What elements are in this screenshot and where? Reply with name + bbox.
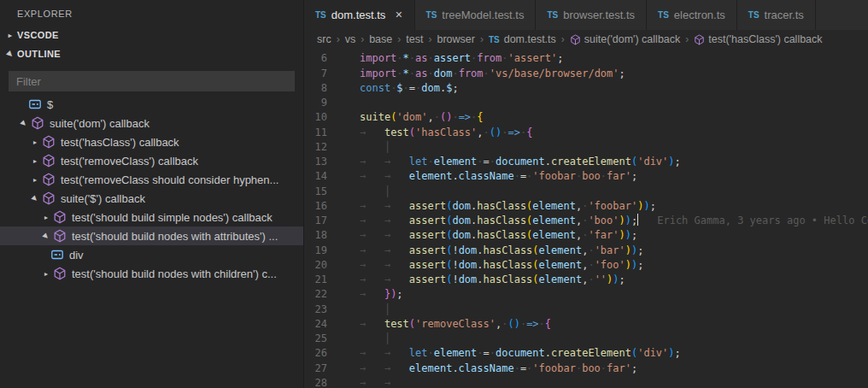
breadcrumb: src›vs›base›test›browser›TSdom.test.ts›s… bbox=[304, 30, 868, 49]
breadcrumb-item[interactable]: base bbox=[369, 33, 392, 45]
twisty-expanded-icon[interactable]: ▶ bbox=[38, 228, 54, 244]
code-line[interactable]: 17→ → assert(dom.hasClass(element,·'boo'… bbox=[304, 214, 868, 228]
blame-annotation: Erich Gamma, 3 years ago • Hello Co bbox=[657, 215, 868, 226]
twisty-collapsed-icon[interactable]: ▸ bbox=[28, 138, 42, 146]
filter-input[interactable] bbox=[9, 71, 295, 91]
text-cursor bbox=[637, 214, 638, 226]
breadcrumb-label: test bbox=[406, 33, 423, 45]
breadcrumb-item[interactable]: src bbox=[317, 33, 331, 45]
code-line[interactable]: 18→ → assert(dom.hasClass(element,·'far'… bbox=[304, 228, 868, 243]
code-line-content: import·*·as·assert·from·'assert'; bbox=[360, 51, 564, 66]
outline-item[interactable]: ▶suite('dom') callback bbox=[0, 114, 303, 132]
tab-label: treeModel.test.ts bbox=[442, 9, 524, 21]
code-line[interactable]: 6import·*·as·assert·from·'assert'; bbox=[304, 51, 868, 66]
outline-item[interactable]: ▸test('should build simple nodes') callb… bbox=[0, 208, 303, 226]
outline-item[interactable]: ▸test('hasClass') callback bbox=[0, 132, 303, 151]
code-line[interactable]: 23 │ bbox=[304, 303, 868, 317]
outline-item[interactable]: ▶test('should build nodes with attribute… bbox=[0, 226, 303, 245]
code-line-content: → → element.className·=·'foobar·boo·far'… bbox=[360, 169, 637, 184]
code-line[interactable]: 10suite('dom',·()·=>·{ bbox=[304, 110, 868, 125]
editor-tab[interactable]: TSdom.test.ts✕ bbox=[304, 0, 415, 30]
code-line[interactable]: 24→ test('removeClass',·()·=>·{ bbox=[304, 317, 868, 332]
breadcrumb-label: suite('dom') callback bbox=[584, 33, 680, 45]
symbol-method-icon bbox=[31, 116, 44, 130]
code-line-content: │ bbox=[360, 140, 390, 155]
breadcrumb-item[interactable]: TSdom.test.ts bbox=[489, 33, 556, 45]
line-number: 27 bbox=[304, 362, 327, 376]
line-number: 7 bbox=[304, 67, 327, 81]
symbol-method-icon bbox=[42, 154, 56, 168]
chevron-right-icon: ▸ bbox=[3, 32, 17, 39]
explorer-sidebar: EXPLORER ▸ VSCODE ▶ OUTLINE $▶suite('dom… bbox=[0, 0, 303, 388]
code-line[interactable]: 19→ → assert(!dom.hasClass(element,·'bar… bbox=[304, 244, 868, 258]
twisty-collapsed-icon[interactable]: ▸ bbox=[39, 214, 53, 221]
breadcrumb-item[interactable]: vs bbox=[345, 33, 356, 45]
line-number: 9 bbox=[304, 96, 327, 110]
tab-label: browser.test.ts bbox=[563, 9, 635, 21]
line-number: 25 bbox=[304, 332, 327, 346]
code-line[interactable]: 22→ }); bbox=[304, 287, 868, 302]
symbol-method-icon bbox=[53, 210, 67, 224]
code-line[interactable]: 15 │ bbox=[304, 185, 868, 199]
breadcrumb-label: vs bbox=[345, 33, 356, 45]
line-number: 17 bbox=[304, 214, 327, 228]
editor-tab[interactable]: TSelectron.ts bbox=[647, 0, 737, 30]
editor-tab[interactable]: TStreeModel.test.ts bbox=[415, 0, 537, 30]
breadcrumb-item[interactable]: suite('dom') callback bbox=[570, 33, 680, 45]
twisty-collapsed-icon[interactable]: ▸ bbox=[28, 176, 42, 184]
symbol-method-icon bbox=[42, 173, 56, 186]
code-line[interactable]: 13→ → let·element·=·document.createEleme… bbox=[304, 155, 868, 169]
code-line-content: → → assert(!dom.hasClass(element,·'foo')… bbox=[360, 258, 643, 273]
code-line[interactable]: 28→ → bbox=[304, 376, 868, 388]
line-number: 21 bbox=[304, 273, 327, 287]
code-line[interactable]: 9 bbox=[304, 96, 868, 110]
typescript-file-icon: TS bbox=[658, 10, 669, 20]
code-line[interactable]: 26→ → let·element·=·document.createEleme… bbox=[304, 346, 868, 361]
outline-item-label: test('removeClass') callback bbox=[61, 155, 198, 168]
code-line[interactable]: 14→ → element.className·=·'foobar·boo·fa… bbox=[304, 169, 868, 184]
outline-item[interactable]: ▸test('removeClass') callback bbox=[0, 151, 303, 170]
close-icon[interactable]: ✕ bbox=[395, 9, 402, 21]
section-header-outline[interactable]: ▶ OUTLINE bbox=[0, 44, 303, 63]
code-line[interactable]: 21→ → assert(!dom.hasClass(element,·''))… bbox=[304, 273, 868, 287]
breadcrumb-separator-icon: › bbox=[361, 33, 364, 45]
outline-item[interactable]: $ bbox=[0, 95, 303, 114]
breadcrumb-item[interactable]: test bbox=[406, 33, 423, 45]
line-number: 23 bbox=[304, 303, 327, 317]
twisty-expanded-icon[interactable]: ▶ bbox=[27, 191, 43, 206]
code-line[interactable]: 25 │ bbox=[304, 332, 868, 346]
outline-item-label: test('hasClass') callback bbox=[61, 136, 179, 149]
code-line-content: │ bbox=[360, 303, 390, 317]
code-line[interactable]: 20→ → assert(!dom.hasClass(element,·'foo… bbox=[304, 258, 868, 273]
code-line[interactable]: 16→ → assert(dom.hasClass(element,·'foob… bbox=[304, 199, 868, 214]
editor-tab[interactable]: TStracer.ts bbox=[737, 0, 816, 30]
twisty-collapsed-icon[interactable]: ▸ bbox=[39, 270, 53, 278]
code-line-content: suite('dom',·()·=>·{ bbox=[360, 110, 484, 125]
editor-tab[interactable]: TSbrowser.test.ts bbox=[536, 0, 647, 30]
code-line[interactable]: 11→ test('hasClass',·()·=>·{ bbox=[304, 126, 868, 140]
code-line[interactable]: 12 │ bbox=[304, 140, 868, 155]
code-line[interactable]: 27→ → element.className·=·'foobar·boo·fa… bbox=[304, 362, 868, 376]
twisty-collapsed-icon[interactable]: ▸ bbox=[28, 157, 42, 165]
breadcrumb-item[interactable]: browser bbox=[437, 33, 474, 45]
outline-item[interactable]: ▸test('should build nodes with children'… bbox=[0, 264, 303, 283]
symbol-variable-icon bbox=[50, 248, 64, 262]
outline-item[interactable]: ▶suite('$') callback bbox=[0, 189, 303, 208]
outline-filter bbox=[9, 71, 295, 91]
breadcrumb-label: test('hasClass') callback bbox=[708, 33, 822, 45]
outline-item-label: suite('$') callback bbox=[61, 192, 145, 205]
line-number: 10 bbox=[304, 110, 327, 125]
code-area[interactable]: 56import·*·as·assert·from·'assert';7impo… bbox=[304, 49, 868, 388]
symbol-method-icon bbox=[53, 229, 67, 243]
code-line-content: │ bbox=[360, 185, 390, 199]
outline-item[interactable]: ▸test('removeClass should consider hyphe… bbox=[0, 170, 303, 189]
code-line[interactable]: 8const·$·=·dom.$; bbox=[304, 81, 868, 96]
breadcrumb-item[interactable]: test('hasClass') callback bbox=[694, 33, 822, 45]
section-header-vscode[interactable]: ▸ VSCODE bbox=[0, 26, 303, 44]
code-line[interactable]: 7import·*·as·dom·from·'vs/base/browser/d… bbox=[304, 67, 868, 81]
outline-item[interactable]: div bbox=[0, 245, 303, 264]
line-number: 19 bbox=[304, 244, 327, 258]
tab-label: dom.test.ts bbox=[331, 9, 386, 21]
breadcrumb-separator-icon: › bbox=[428, 33, 431, 45]
twisty-expanded-icon[interactable]: ▶ bbox=[16, 115, 32, 131]
